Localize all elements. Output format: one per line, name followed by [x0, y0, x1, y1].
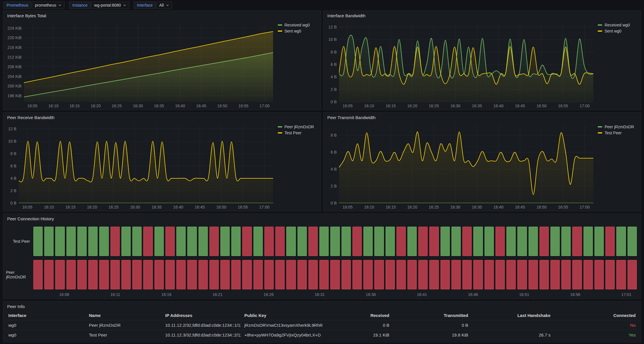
state-bar-disconnected[interactable] — [374, 260, 384, 289]
state-bar-connected[interactable] — [88, 227, 98, 256]
column-header[interactable]: Interface — [5, 311, 85, 320]
state-bar-connected[interactable] — [561, 227, 571, 256]
state-bar-disconnected[interactable] — [496, 227, 505, 256]
state-bar-disconnected[interactable] — [506, 260, 516, 289]
state-bar-connected[interactable] — [451, 227, 461, 256]
legend-item[interactable]: Sent wg0 — [598, 29, 638, 33]
state-bar-disconnected[interactable] — [187, 260, 197, 289]
state-bar-disconnected[interactable] — [165, 227, 175, 256]
state-bar-connected[interactable] — [99, 227, 108, 256]
state-bar-disconnected[interactable] — [529, 260, 538, 289]
state-bar-disconnected[interactable] — [165, 260, 175, 289]
panel-title[interactable]: Peer Transmit Bandwidth — [327, 115, 376, 120]
state-bar-disconnected[interactable] — [132, 260, 142, 289]
state-bar-disconnected[interactable] — [55, 260, 64, 289]
state-bar-disconnected[interactable] — [176, 260, 186, 289]
state-bar-disconnected[interactable] — [605, 260, 615, 289]
column-header[interactable]: Name — [85, 311, 162, 320]
state-bar-disconnected[interactable] — [462, 260, 472, 289]
state-bar-disconnected[interactable] — [595, 260, 604, 289]
state-bar-disconnected[interactable] — [540, 260, 549, 289]
state-bar-disconnected[interactable] — [264, 260, 274, 289]
state-bar-connected[interactable] — [121, 227, 131, 256]
state-bar-connected[interactable] — [286, 227, 296, 256]
column-header[interactable]: Transmitted — [393, 311, 472, 320]
state-bar-connected[interactable] — [155, 227, 164, 256]
state-bar-disconnected[interactable] — [418, 260, 428, 289]
state-bar-connected[interactable] — [132, 227, 142, 256]
state-bar-disconnected[interactable] — [386, 260, 395, 289]
state-bar-connected[interactable] — [386, 227, 395, 256]
state-bar-connected[interactable] — [616, 227, 626, 256]
state-bar-disconnected[interactable] — [441, 260, 450, 289]
legend-item[interactable]: Received wg0 — [598, 23, 638, 27]
state-bar-connected[interactable] — [199, 227, 208, 256]
state-bar-connected[interactable] — [220, 227, 230, 256]
state-bar-connected[interactable] — [176, 227, 186, 256]
panel-title[interactable]: Interface Bytes Total — [7, 13, 46, 18]
state-bar-connected[interactable] — [584, 227, 593, 256]
state-bar-disconnected[interactable] — [572, 260, 582, 289]
state-bar-disconnected[interactable] — [540, 227, 549, 256]
state-bar-disconnected[interactable] — [77, 260, 87, 289]
state-bar-disconnected[interactable] — [616, 260, 626, 289]
state-bar-disconnected[interactable] — [231, 260, 241, 289]
state-bar-disconnected[interactable] — [199, 260, 208, 289]
variable-value-prometheus[interactable]: prometheus — [32, 1, 64, 9]
state-bar-disconnected[interactable] — [363, 260, 373, 289]
legend-item[interactable]: Peer jRzmDsDR — [278, 125, 318, 129]
state-bar-disconnected[interactable] — [275, 260, 285, 289]
state-bar-disconnected[interactable] — [264, 227, 274, 256]
state-bar-disconnected[interactable] — [298, 260, 307, 289]
state-bar-disconnected[interactable] — [254, 260, 263, 289]
state-bar-connected[interactable] — [363, 227, 373, 256]
state-bar-connected[interactable] — [66, 227, 76, 256]
state-bar-connected[interactable] — [33, 227, 43, 256]
state-bar-disconnected[interactable] — [605, 227, 615, 256]
state-bar-disconnected[interactable] — [353, 260, 362, 289]
state-bar-disconnected[interactable] — [155, 260, 164, 289]
panel-title[interactable]: Peer Info — [7, 304, 25, 309]
state-bar-disconnected[interactable] — [275, 227, 285, 256]
state-bar-disconnected[interactable] — [33, 260, 43, 289]
state-bar-disconnected[interactable] — [242, 260, 251, 289]
state-bar-connected[interactable] — [77, 227, 87, 256]
state-bar-connected[interactable] — [485, 227, 494, 256]
time-series-chart[interactable]: 0 B2 B4 B6 B8 B10 B12 B16:0516:1016:1516… — [326, 20, 595, 109]
state-bar-connected[interactable] — [298, 227, 307, 256]
state-bar-connected[interactable] — [473, 227, 483, 256]
state-bar-connected[interactable] — [550, 227, 560, 256]
state-bar-disconnected[interactable] — [572, 227, 582, 256]
state-bar-disconnected[interactable] — [429, 227, 439, 256]
state-bar-disconnected[interactable] — [353, 227, 362, 256]
legend-item[interactable]: Test Peer — [278, 131, 318, 135]
state-bar-disconnected[interactable] — [209, 260, 219, 289]
state-bar-disconnected[interactable] — [99, 260, 108, 289]
state-bar-connected[interactable] — [254, 227, 263, 256]
panel-title[interactable]: Peer Receive Bandwidth — [7, 115, 54, 120]
state-bar-connected[interactable] — [529, 227, 538, 256]
panel-title[interactable]: Interface Bandwidth — [327, 13, 366, 18]
column-header[interactable]: Received — [324, 311, 393, 320]
state-bar-disconnected[interactable] — [88, 260, 98, 289]
state-bar-disconnected[interactable] — [397, 227, 406, 256]
state-bar-disconnected[interactable] — [584, 260, 593, 289]
state-bar-connected[interactable] — [595, 227, 604, 256]
state-bar-disconnected[interactable] — [429, 260, 439, 289]
column-header[interactable]: Connected — [554, 311, 639, 320]
state-bar-connected[interactable] — [506, 227, 516, 256]
state-bar-disconnected[interactable] — [550, 260, 560, 289]
column-header[interactable]: IP Addresses — [162, 311, 241, 320]
state-bar-disconnected[interactable] — [462, 227, 472, 256]
state-bar-disconnected[interactable] — [143, 227, 153, 256]
state-bar-disconnected[interactable] — [407, 260, 417, 289]
time-series-chart[interactable]: 196 KiB200 KiB204 KiB208 KiB212 KiB216 K… — [5, 20, 275, 109]
state-bar-disconnected[interactable] — [485, 260, 494, 289]
variable-value-instance[interactable]: wg-portal:8080 — [91, 1, 129, 9]
legend-item[interactable]: Received wg0 — [278, 23, 318, 27]
state-bar-connected[interactable] — [374, 227, 384, 256]
state-bar-disconnected[interactable] — [496, 260, 505, 289]
state-bar-disconnected[interactable] — [561, 260, 571, 289]
state-bar-disconnected[interactable] — [121, 260, 131, 289]
state-bar-disconnected[interactable] — [242, 227, 251, 256]
